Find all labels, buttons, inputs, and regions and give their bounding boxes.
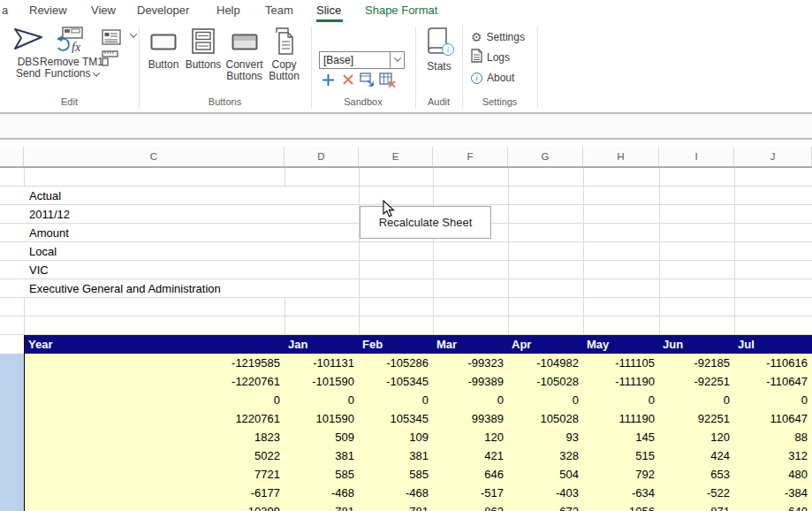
publish-sandbox-button[interactable] xyxy=(359,71,376,88)
table-cell[interactable]: 0 xyxy=(25,391,285,409)
table-cell[interactable]: -522 xyxy=(659,484,734,502)
column-header-G[interactable]: G xyxy=(508,147,583,166)
table-cell[interactable]: 92251 xyxy=(659,409,734,428)
table-cell[interactable]: 0 xyxy=(359,391,433,409)
table-cell[interactable]: -468 xyxy=(359,484,433,502)
table-cell[interactable]: 0 xyxy=(285,391,359,409)
table-cell[interactable]: 0 xyxy=(659,391,734,409)
column-header-F[interactable]: F xyxy=(433,147,508,166)
table-cell[interactable]: 0 xyxy=(734,391,812,409)
table-cell[interactable]: 781 xyxy=(285,502,359,511)
table-cell[interactable]: 585 xyxy=(285,465,359,484)
table-cell[interactable]: 1056 xyxy=(583,502,659,511)
table-cell[interactable]: 93 xyxy=(508,428,583,446)
column-header-H[interactable]: H xyxy=(583,147,659,166)
table-cell[interactable]: 504 xyxy=(508,465,583,484)
info-cell[interactable]: Local xyxy=(24,242,289,261)
ribbon-tab-review[interactable]: Review xyxy=(29,4,67,17)
table-cell[interactable]: 585 xyxy=(359,465,433,484)
table-cell[interactable]: 0 xyxy=(508,391,583,409)
table-cell[interactable]: 120 xyxy=(433,428,508,446)
convert-buttons-button[interactable]: Convert Buttons xyxy=(224,27,265,82)
table-cell[interactable]: -99323 xyxy=(433,354,508,372)
format-ruler-button[interactable] xyxy=(102,50,119,70)
copy-button-button[interactable]: Copy Button xyxy=(264,27,304,82)
table-header-month[interactable]: Jul xyxy=(734,335,812,354)
table-cell[interactable]: -1220761 xyxy=(25,372,285,391)
table-header-month[interactable]: Jun xyxy=(659,335,734,354)
table-cell[interactable]: 1823 xyxy=(25,428,285,446)
table-cell[interactable]: 109 xyxy=(359,428,433,446)
dbs-send-button[interactable]: DBS Send xyxy=(7,27,49,80)
table-cell[interactable]: 101590 xyxy=(285,409,359,428)
sandbox-select[interactable]: [Base] xyxy=(319,51,405,69)
sandbox-select-arrow[interactable] xyxy=(390,52,404,68)
remove-tm1-functions-button[interactable]: fx Remove TM1 Functions xyxy=(44,27,99,80)
button-button[interactable]: Button xyxy=(144,27,183,71)
table-cell[interactable]: -101131 xyxy=(285,354,359,372)
table-cell[interactable]: -468 xyxy=(285,484,359,502)
table-cell[interactable]: 312 xyxy=(734,446,812,465)
table-cell[interactable]: 99389 xyxy=(433,409,508,428)
table-cell[interactable]: 515 xyxy=(583,446,659,465)
table-cell[interactable]: -111190 xyxy=(583,372,659,391)
ribbon-tab-slice[interactable]: Slice xyxy=(316,4,341,17)
table-cell[interactable]: -6177 xyxy=(25,484,285,502)
table-cell[interactable]: -105345 xyxy=(359,372,433,391)
table-cell[interactable]: -110647 xyxy=(734,372,812,391)
table-cell[interactable]: -1219585 xyxy=(25,354,285,372)
table-header-month[interactable]: Jan xyxy=(285,335,359,354)
table-cell[interactable]: -92251 xyxy=(659,372,734,391)
table-cell[interactable]: 871 xyxy=(659,502,734,511)
column-header-D[interactable]: D xyxy=(285,147,359,166)
table-cell[interactable]: 862 xyxy=(433,502,508,511)
table-cell[interactable]: 480 xyxy=(734,465,812,484)
table-cell[interactable]: 792 xyxy=(583,465,659,484)
ribbon-tab-team[interactable]: Team xyxy=(265,4,293,17)
table-cell[interactable]: 653 xyxy=(659,465,734,484)
ribbon-tab-help[interactable]: Help xyxy=(216,4,240,17)
table-cell[interactable]: -101590 xyxy=(285,372,359,391)
ribbon-tab-shape-format[interactable]: Shape Format xyxy=(365,4,437,17)
row-gutter-highlight[interactable] xyxy=(0,354,24,511)
table-cell[interactable]: 105028 xyxy=(508,409,583,428)
table-cell[interactable]: -111105 xyxy=(583,354,659,372)
info-cell[interactable]: Amount xyxy=(24,224,289,242)
table-header-month[interactable]: Apr xyxy=(508,335,583,354)
ribbon-tab-view[interactable]: View xyxy=(91,4,116,17)
table-cell[interactable]: 120 xyxy=(659,428,734,446)
table-cell[interactable]: -104982 xyxy=(508,354,583,372)
table-cell[interactable]: 0 xyxy=(433,391,508,409)
table-cell[interactable]: 0 xyxy=(583,391,659,409)
discard-sandbox-button[interactable] xyxy=(378,71,396,88)
table-header-month[interactable]: Feb xyxy=(359,335,433,354)
buttons-button[interactable]: Buttons xyxy=(183,27,224,71)
info-cell[interactable]: Executive General and Administration xyxy=(24,279,289,298)
about-button[interactable]: i About xyxy=(471,70,514,86)
table-header-year[interactable]: Year xyxy=(25,335,285,354)
table-cell[interactable]: -517 xyxy=(433,484,508,502)
table-cell[interactable]: 381 xyxy=(359,446,433,465)
table-cell[interactable]: 5022 xyxy=(25,446,285,465)
info-cell[interactable]: Actual xyxy=(24,187,289,205)
table-cell[interactable]: -92185 xyxy=(659,354,734,372)
table-cell[interactable]: -105028 xyxy=(508,372,583,391)
table-cell[interactable]: 381 xyxy=(285,446,359,465)
stats-button[interactable]: i Stats xyxy=(421,27,458,72)
create-sandbox-button[interactable] xyxy=(319,71,337,88)
column-header-J[interactable]: J xyxy=(734,147,812,166)
table-cell[interactable]: -99389 xyxy=(433,372,508,391)
table-cell[interactable]: -105286 xyxy=(359,354,433,372)
column-header-E[interactable]: E xyxy=(359,147,433,166)
table-cell[interactable]: 10399 xyxy=(25,502,285,511)
table-cell[interactable]: 88 xyxy=(734,428,812,446)
table-cell[interactable]: 781 xyxy=(359,502,433,511)
table-cell[interactable]: 328 xyxy=(508,446,583,465)
recalculate-sheet-button[interactable]: Recalculate Sheet xyxy=(360,206,491,239)
table-cell[interactable]: 111190 xyxy=(583,409,659,428)
table-cell[interactable]: 1220761 xyxy=(25,409,285,428)
table-cell[interactable]: 7721 xyxy=(25,465,285,484)
table-cell[interactable]: 640 xyxy=(734,502,812,511)
table-cell[interactable]: -384 xyxy=(734,484,812,502)
table-cell[interactable]: 646 xyxy=(433,465,508,484)
